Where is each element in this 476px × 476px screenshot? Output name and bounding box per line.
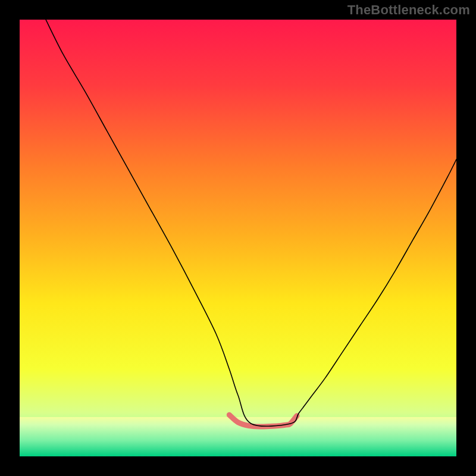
chart-svg (20, 20, 456, 456)
watermark-text: TheBottleneck.com (347, 2, 470, 18)
plot-area (20, 20, 456, 456)
gradient-background (20, 20, 456, 456)
chart-frame: TheBottleneck.com (0, 0, 476, 476)
